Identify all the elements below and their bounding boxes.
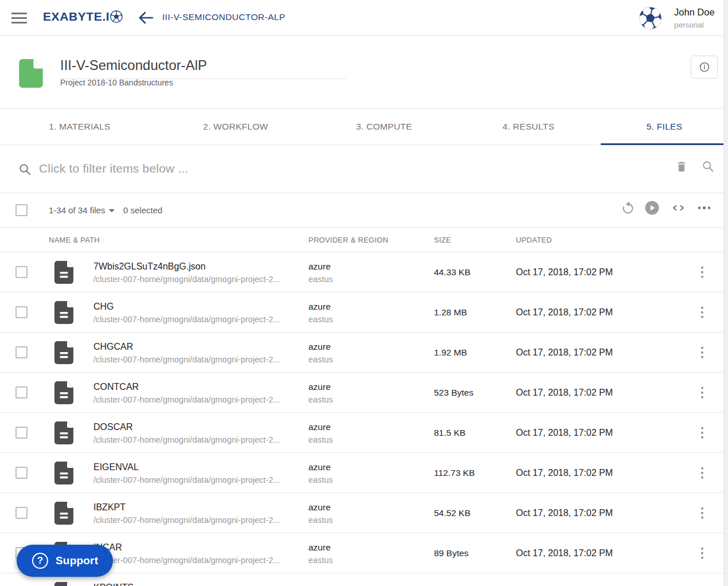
page-subtitle: Project 2018-10 Bandstructures bbox=[60, 78, 173, 87]
tab-workflow[interactable]: 2. WORKFLOW bbox=[159, 109, 312, 144]
play-icon[interactable] bbox=[645, 201, 659, 215]
file-region: eastus bbox=[308, 554, 333, 567]
file-name[interactable]: IBZKPT bbox=[93, 501, 280, 514]
tab-compute[interactable]: 3. COMPUTE bbox=[312, 109, 456, 144]
row-menu-icon[interactable] bbox=[699, 545, 706, 561]
column-provider-region[interactable]: PROVIDER & REGION bbox=[308, 228, 388, 252]
row-checkbox[interactable] bbox=[15, 386, 28, 399]
row-checkbox[interactable] bbox=[15, 346, 28, 358]
file-name[interactable]: DOSCAR bbox=[93, 421, 280, 433]
file-provider: azure bbox=[308, 381, 333, 393]
file-size: 1.92 MB bbox=[434, 333, 467, 372]
avatar[interactable] bbox=[639, 6, 662, 30]
file-size: 44.33 KB bbox=[434, 252, 471, 292]
table-header: NAME & PATH PROVIDER & REGION SIZE UPDAT… bbox=[0, 227, 728, 252]
file-name[interactable]: INCAR bbox=[93, 541, 280, 554]
row-menu-icon[interactable] bbox=[699, 344, 706, 361]
logo[interactable]: EXABYTE.I bbox=[43, 10, 123, 24]
app-header: EXABYTE.I I bbox=[0, 0, 728, 36]
file-name[interactable]: EIGENVAL bbox=[93, 461, 280, 474]
column-size[interactable]: SIZE bbox=[434, 228, 451, 252]
trash-icon[interactable] bbox=[675, 160, 688, 173]
file-name[interactable]: CONTCAR bbox=[93, 381, 280, 393]
table-row: KPOINTS bbox=[0, 573, 728, 586]
file-region: eastus bbox=[308, 273, 333, 286]
file-updated: Oct 17, 2018, 17:02 PM bbox=[516, 453, 613, 493]
file-size: 54.52 KB bbox=[434, 493, 471, 533]
info-icon bbox=[699, 61, 710, 73]
file-updated: Oct 17, 2018, 17:02 PM bbox=[516, 333, 613, 372]
table-row: DOSCAR /cluster-007-home/gmogni/data/gmo… bbox=[0, 413, 728, 453]
soccer-ball-icon bbox=[110, 10, 123, 23]
row-checkbox[interactable] bbox=[15, 507, 28, 519]
file-size: 112.73 KB bbox=[434, 453, 475, 493]
page-title[interactable]: III-V-Semiconductor-AlP bbox=[60, 57, 346, 79]
row-menu-icon[interactable] bbox=[699, 304, 706, 321]
chevron-down-icon[interactable] bbox=[109, 209, 115, 212]
file-path: /cluster-007-home/gmogni/data/gmogni-pro… bbox=[93, 433, 280, 447]
row-checkbox[interactable] bbox=[15, 427, 28, 439]
file-provider: azure bbox=[308, 541, 333, 554]
tab-results[interactable]: 4. RESULTS bbox=[456, 109, 601, 144]
file-path: /cluster-007-home/gmogni/data/gmogni-pro… bbox=[93, 273, 280, 286]
search-icon bbox=[18, 163, 32, 176]
file-name[interactable]: CHG bbox=[93, 300, 280, 313]
row-checkbox[interactable] bbox=[15, 266, 28, 278]
breadcrumb[interactable]: III-V-SEMICONDUCTOR-ALP bbox=[162, 12, 285, 22]
table-row: 7Wbis2GLSuTz4nBgG.json /cluster-007-home… bbox=[0, 252, 728, 292]
files-count[interactable]: 1-34 of 34 files bbox=[49, 193, 105, 227]
tab-materials[interactable]: 1. MATERIALS bbox=[0, 109, 159, 144]
user-name[interactable]: John Doe bbox=[674, 7, 715, 18]
file-name[interactable]: CHGCAR bbox=[93, 341, 280, 353]
select-all-checkbox[interactable] bbox=[15, 204, 28, 216]
more-options-icon[interactable] bbox=[697, 201, 711, 215]
row-menu-icon[interactable] bbox=[699, 505, 706, 521]
row-checkbox[interactable] bbox=[15, 306, 28, 318]
file-size: 89 Bytes bbox=[434, 533, 468, 573]
file-path: /cluster-007-home/gmogni/data/gmogni-pro… bbox=[93, 554, 280, 567]
refresh-icon[interactable] bbox=[621, 201, 635, 215]
file-path: /cluster-007-home/gmogni/data/gmogni-pro… bbox=[93, 393, 280, 407]
file-icon bbox=[54, 421, 73, 444]
filter-bar: Click to filter items below ... bbox=[0, 145, 728, 193]
file-size: 1.28 MB bbox=[434, 292, 467, 332]
selected-count: 0 selected bbox=[123, 193, 162, 227]
file-region: eastus bbox=[308, 313, 333, 326]
info-button[interactable] bbox=[691, 56, 718, 79]
row-menu-icon[interactable] bbox=[699, 384, 706, 401]
column-name-path[interactable]: NAME & PATH bbox=[49, 228, 100, 252]
table-row: IBZKPT /cluster-007-home/gmogni/data/gmo… bbox=[0, 493, 728, 533]
tab-files[interactable]: 5. FILES bbox=[601, 109, 728, 144]
support-label: Support bbox=[56, 554, 98, 567]
menu-icon[interactable] bbox=[11, 13, 27, 24]
file-size: 523 Bytes bbox=[434, 373, 473, 412]
file-provider: azure bbox=[308, 300, 333, 313]
file-region: eastus bbox=[308, 393, 333, 406]
back-arrow-icon[interactable] bbox=[138, 11, 154, 25]
project-file-icon bbox=[19, 59, 43, 88]
row-checkbox[interactable] bbox=[15, 467, 28, 479]
file-size: 81.5 KB bbox=[434, 413, 465, 452]
file-provider: azure bbox=[308, 260, 333, 273]
file-provider: azure bbox=[308, 341, 333, 353]
table-row: EIGENVAL /cluster-007-home/gmogni/data/g… bbox=[0, 453, 728, 493]
row-menu-icon[interactable] bbox=[699, 264, 706, 280]
help-icon: ? bbox=[32, 553, 48, 569]
search-toggle-icon[interactable] bbox=[702, 160, 714, 173]
file-name[interactable]: KPOINTS bbox=[93, 581, 134, 586]
row-menu-icon[interactable] bbox=[699, 464, 706, 481]
file-name[interactable]: 7Wbis2GLSuTz4nBgG.json bbox=[93, 260, 280, 273]
scrollbar[interactable] bbox=[723, 0, 728, 586]
file-icon bbox=[54, 341, 73, 364]
filter-input[interactable]: Click to filter items below ... bbox=[39, 162, 189, 175]
file-updated: Oct 17, 2018, 17:02 PM bbox=[516, 533, 613, 573]
file-icon bbox=[54, 261, 73, 284]
column-updated[interactable]: UPDATED bbox=[516, 228, 552, 252]
user-account: personal bbox=[674, 21, 704, 29]
file-updated: Oct 17, 2018, 17:02 PM bbox=[516, 292, 613, 332]
code-icon[interactable] bbox=[671, 201, 686, 215]
file-updated: Oct 17, 2018, 17:02 PM bbox=[516, 493, 613, 533]
file-list: 7Wbis2GLSuTz4nBgG.json /cluster-007-home… bbox=[0, 252, 728, 586]
support-button[interactable]: ? Support bbox=[17, 545, 113, 577]
row-menu-icon[interactable] bbox=[699, 424, 706, 441]
